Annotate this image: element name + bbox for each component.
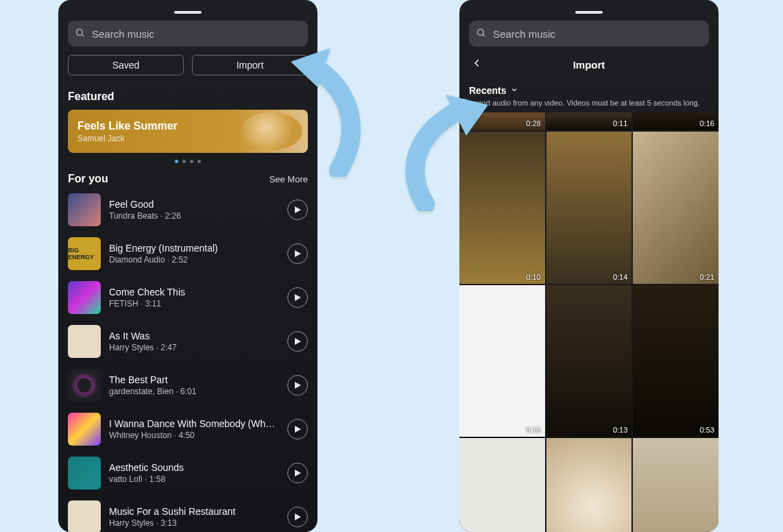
canvas: Saved Import Featured Feels Like Summer … <box>0 0 783 532</box>
search-icon <box>476 27 492 40</box>
track-row[interactable]: Aesthetic Sounds vatto Lofi · 1:58 <box>58 451 317 495</box>
callout-arrow-icon <box>277 40 400 170</box>
track-title: The Best Part <box>109 374 280 385</box>
track-meta: Big Energy (Instrumental) Diamond Audio … <box>109 243 280 265</box>
play-button[interactable] <box>287 287 308 308</box>
play-button[interactable] <box>287 243 308 264</box>
track-thumb: BIG ENERGY <box>68 237 101 270</box>
video-cell[interactable]: 0:16 <box>633 112 719 130</box>
video-cell[interactable] <box>459 438 545 532</box>
track-subtitle: vatto Lofi · 1:58 <box>109 474 280 484</box>
sheet-grabber[interactable] <box>575 11 603 14</box>
play-icon <box>294 467 301 479</box>
featured-artist: Samuel Jack <box>77 134 178 143</box>
search-field[interactable] <box>68 21 308 47</box>
track-meta: Come Check This FETISH · 3:11 <box>109 287 280 309</box>
play-icon <box>294 379 301 391</box>
svg-marker-9 <box>295 513 301 520</box>
video-cell[interactable]: 0:13 <box>546 285 632 437</box>
track-subtitle: Harry Styles · 3:13 <box>109 518 280 528</box>
track-row[interactable]: Come Check This FETISH · 3:11 <box>58 276 317 319</box>
track-subtitle: FETISH · 3:11 <box>109 299 280 309</box>
track-title: As It Was <box>109 330 280 341</box>
track-thumb <box>68 500 101 532</box>
video-cell[interactable]: 0:11 <box>546 112 632 130</box>
svg-line-1 <box>82 34 84 36</box>
video-duration: 0:10 <box>526 273 540 281</box>
search-icon <box>75 27 91 40</box>
track-subtitle: Whitney Houston · 4:50 <box>109 431 280 440</box>
video-cell[interactable]: 0:53 <box>633 285 719 437</box>
svg-line-11 <box>483 34 485 36</box>
page-dot <box>175 160 178 163</box>
play-icon <box>294 291 301 304</box>
track-subtitle: Harry Styles · 2:47 <box>109 343 280 352</box>
track-title: Come Check This <box>109 287 280 298</box>
track-meta: Feel Good Tundra Beats · 2:26 <box>109 199 280 221</box>
track-title: I Wanna Dance With Somebody (Who Lo… <box>109 418 280 429</box>
track-row[interactable]: Feel Good Tundra Beats · 2:26 <box>58 188 317 232</box>
video-cell[interactable] <box>633 438 719 532</box>
play-icon <box>294 423 301 435</box>
play-icon <box>294 335 301 348</box>
video-cell[interactable]: 0:21 <box>633 132 719 284</box>
track-title: Feel Good <box>109 199 280 210</box>
play-button[interactable] <box>287 463 308 483</box>
play-icon <box>294 204 301 216</box>
video-duration: 0:11 <box>613 119 627 128</box>
for-you-heading: For you <box>68 173 108 185</box>
page-dot <box>190 160 193 163</box>
track-title: Music For a Sushi Restaurant <box>109 506 280 517</box>
video-duration: 0:16 <box>526 426 540 434</box>
play-button[interactable] <box>287 507 308 527</box>
track-meta: As It Was Harry Styles · 2:47 <box>109 330 280 352</box>
svg-marker-3 <box>295 250 301 257</box>
svg-marker-2 <box>295 206 301 213</box>
svg-marker-5 <box>295 338 301 345</box>
play-icon <box>294 511 301 523</box>
play-button[interactable] <box>287 375 308 396</box>
search-field[interactable] <box>469 21 709 47</box>
track-thumb <box>68 457 101 489</box>
video-cell[interactable] <box>546 438 632 532</box>
video-duration: 0:53 <box>700 426 714 434</box>
tab-saved[interactable]: Saved <box>68 55 184 75</box>
video-cell[interactable]: 0:16 <box>459 285 545 437</box>
page-dot <box>197 160 201 163</box>
svg-point-0 <box>77 29 83 35</box>
track-thumb <box>68 369 101 402</box>
track-meta: I Wanna Dance With Somebody (Who Lo… Whi… <box>109 418 280 440</box>
featured-title: Feels Like Summer <box>77 120 178 132</box>
tab-saved-label: Saved <box>112 60 140 71</box>
page-dot <box>182 160 186 163</box>
video-cell[interactable]: 0:14 <box>546 132 632 284</box>
track-row[interactable]: Music For a Sushi Restaurant Harry Style… <box>58 495 317 532</box>
video-duration: 0:13 <box>613 426 627 434</box>
track-title: Aesthetic Sounds <box>109 462 280 473</box>
play-button[interactable] <box>287 419 308 439</box>
segmented-control: Saved Import <box>68 55 308 75</box>
search-input[interactable] <box>91 27 301 40</box>
search-input[interactable] <box>492 27 702 40</box>
track-row[interactable]: BIG ENERGY Big Energy (Instrumental) Dia… <box>58 232 317 276</box>
tab-import-label: Import <box>237 60 264 71</box>
sheet-grabber[interactable] <box>174 11 202 14</box>
video-duration: 0:28 <box>526 119 540 128</box>
import-title: Import <box>573 59 605 71</box>
thumb-text: BIG ENERGY <box>68 247 101 261</box>
svg-marker-8 <box>295 470 301 476</box>
track-thumb <box>68 281 101 314</box>
play-button[interactable] <box>287 200 308 220</box>
track-row[interactable]: I Wanna Dance With Somebody (Who Lo… Whi… <box>58 407 317 451</box>
video-duration: 0:21 <box>700 273 714 281</box>
track-subtitle: gardenstate, Bien · 6:01 <box>109 387 280 396</box>
play-button[interactable] <box>287 331 308 352</box>
svg-marker-6 <box>295 382 301 389</box>
svg-point-10 <box>478 29 484 35</box>
featured-heading: Featured <box>68 90 308 103</box>
track-meta: The Best Part gardenstate, Bien · 6:01 <box>109 374 280 396</box>
track-row[interactable]: As It Was Harry Styles · 2:47 <box>58 319 317 363</box>
svg-marker-4 <box>295 294 301 301</box>
featured-card[interactable]: Feels Like Summer Samuel Jack <box>68 110 308 153</box>
track-row[interactable]: The Best Part gardenstate, Bien · 6:01 <box>58 363 317 407</box>
